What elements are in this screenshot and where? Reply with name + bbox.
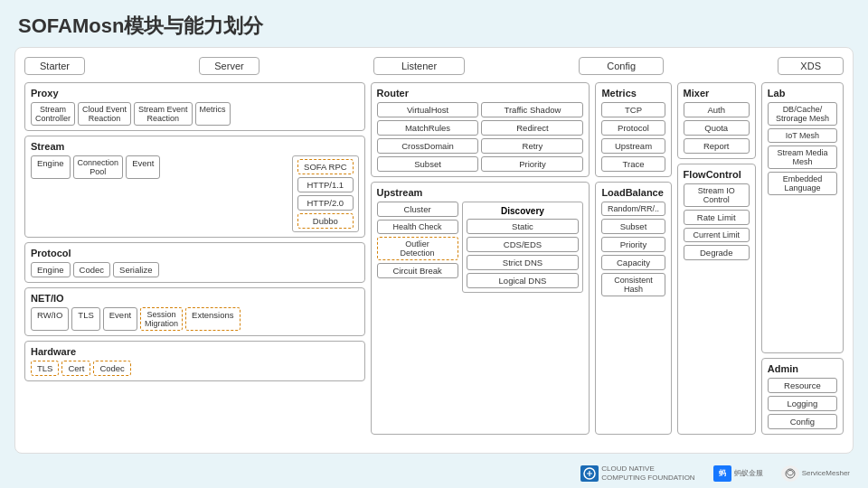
starter-box: Starter (24, 57, 85, 75)
router-matchrules: MatchRules (377, 120, 479, 136)
lb-title: LoadBalance (601, 187, 665, 198)
protocol-serialize: Serialize (113, 262, 158, 277)
proxy-item-metrics: Metrics (195, 102, 231, 126)
netio-session: SessionMigration (140, 307, 183, 331)
router-subset: Subset (377, 156, 479, 172)
router-virtualhost: VirtualHost (377, 102, 479, 117)
fc-current-limit: Current Limit (684, 228, 750, 242)
hardware-title: Hardware (31, 346, 359, 357)
antfin-logo: 蚂 蚂蚁金服 (713, 465, 763, 482)
upstream-circuit: Circuit Break (377, 263, 458, 278)
netio-event: Event (103, 307, 137, 331)
hardware-section: Hardware TLS Cert Codec (24, 341, 365, 381)
admin-resource: Resource (768, 378, 837, 393)
stream-section: Stream Engine ConnectionPool Event SOFA … (24, 136, 365, 238)
admin-section: Admin Resource Logging Config (761, 358, 844, 435)
http11: HTTP/1.1 (297, 177, 354, 192)
router-traffic-shadow: Traffic Shadow (481, 102, 583, 117)
upstream-cluster: Cluster (377, 202, 458, 217)
protocol-section: Protocol Engine Codec Serialize (24, 242, 365, 283)
hardware-tls: TLS (31, 361, 59, 376)
discovery-title: Discovery (467, 206, 580, 216)
metrics-upstream: Upstream (601, 138, 665, 154)
upstream-healthcheck: Health Check (377, 220, 458, 234)
lab-stream-media: Stream MediaMesh (768, 145, 837, 169)
mixer-section: Mixer Auth Quota Report (677, 82, 756, 159)
server-box: Server (199, 57, 259, 75)
lb-capacity: Capacity (601, 255, 665, 270)
proxy-items: StreamController Cloud EventReaction Str… (31, 102, 359, 126)
discovery-static: Static (467, 219, 580, 234)
dubbo: Dubbo (297, 213, 354, 229)
discovery-logical-dns: Logical DNS (467, 273, 580, 288)
mixer-title: Mixer (684, 88, 750, 99)
left-column: Proxy StreamController Cloud EventReacti… (24, 82, 365, 435)
mixer-auth: Auth (684, 102, 750, 117)
admin-title: Admin (768, 363, 837, 374)
middle-column: Router VirtualHost Traffic Shadow MatchR… (371, 82, 590, 435)
proxy-item-stream-controller: StreamController (31, 102, 75, 126)
proxy-title: Proxy (31, 88, 359, 99)
loadbalance-section: LoadBalance Random/RR/.. Subset Priority… (595, 182, 671, 435)
metrics-section: Metrics TCP Protocol Upstream Trace (595, 82, 671, 177)
admin-config: Config (768, 414, 837, 429)
proxy-section: Proxy StreamController Cloud EventReacti… (24, 82, 365, 131)
proxy-item-stream-event: Stream EventReaction (134, 102, 193, 126)
cncf-logo: CLOUD NATIVECOMPUTING FOUNDATION (580, 465, 694, 482)
footer: CLOUD NATIVECOMPUTING FOUNDATION 蚂 蚂蚁金服 … (0, 461, 868, 485)
netio-rwio: RW/IO (31, 307, 69, 331)
fc-degrade: Degrade (684, 245, 750, 260)
upstream-section: Upstream Cluster Health Check OutlierDet… (371, 182, 590, 435)
router-retry: Retry (481, 138, 583, 154)
discovery-box: Discovery Static CDS/EDS Strict DNS Logi… (462, 202, 584, 293)
main-container: Starter Server Listener Config XDS Proxy… (14, 47, 854, 454)
upstream-title: Upstream (377, 187, 584, 198)
mixer-quota: Quota (684, 120, 750, 136)
listener-box: Listener (373, 57, 465, 75)
router-title: Router (377, 88, 584, 99)
fc-rate-limit: Rate Limit (684, 210, 750, 225)
discovery-cds-eds: CDS/EDS (467, 237, 580, 252)
content-area: Proxy StreamController Cloud EventReacti… (24, 82, 844, 435)
protocol-engine: Engine (31, 262, 71, 277)
fc-title: FlowControl (684, 169, 750, 180)
xds-box: XDS (778, 57, 844, 75)
netio-section: NET/IO RW/IO TLS Event SessionMigration … (24, 287, 365, 336)
mixer-report: Report (684, 138, 750, 154)
stream-title: Stream (31, 141, 359, 152)
router-redirect: Redirect (481, 120, 583, 136)
metrics-tcp: TCP (601, 102, 665, 117)
stream-event: Event (126, 155, 160, 179)
mixer-fc-column: Mixer Auth Quota Report FlowControl Stre… (677, 82, 756, 435)
lb-subset: Subset (601, 219, 665, 234)
fc-stream-io: Stream IOControl (684, 183, 750, 207)
sofa-rpc: SOFA RPC (297, 159, 354, 174)
lab-iot: IoT Mesh (768, 128, 837, 143)
http20: HTTP/2.0 (297, 195, 354, 211)
router-section: Router VirtualHost Traffic Shadow MatchR… (371, 82, 590, 177)
netio-extensions: Extensions (185, 307, 240, 331)
stream-engine: Engine (31, 155, 71, 179)
lab-db-cache: DB/Cache/Strorage Mesh (768, 102, 837, 126)
router-crossdomain: CrossDomain (377, 138, 479, 154)
page-title: SOFAMosn模块与能力划分 (0, 0, 868, 47)
servicemesher-logo: ServiceMesher (781, 465, 850, 482)
lb-priority: Priority (601, 237, 665, 252)
protocol-title: Protocol (31, 248, 359, 258)
metrics-trace: Trace (601, 156, 665, 172)
discovery-strict-dns: Strict DNS (467, 255, 580, 270)
metrics-title: Metrics (601, 88, 665, 99)
hardware-cert: Cert (61, 361, 90, 376)
hardware-codec: Codec (93, 361, 130, 376)
lb-consistent: ConsistentHash (601, 273, 665, 296)
protocol-codec: Codec (73, 262, 110, 277)
upstream-left: Cluster Health Check OutlierDetection Ci… (377, 202, 458, 293)
lab-title: Lab (768, 88, 837, 99)
stream-connpool: ConnectionPool (73, 155, 124, 179)
lab-section: Lab DB/Cache/Strorage Mesh IoT Mesh Stre… (761, 82, 844, 353)
lb-random: Random/RR/.. (601, 202, 665, 216)
admin-logging: Logging (768, 396, 837, 411)
router-priority: Priority (481, 156, 583, 172)
metrics-protocol: Protocol (601, 120, 665, 136)
netio-title: NET/IO (31, 293, 359, 304)
